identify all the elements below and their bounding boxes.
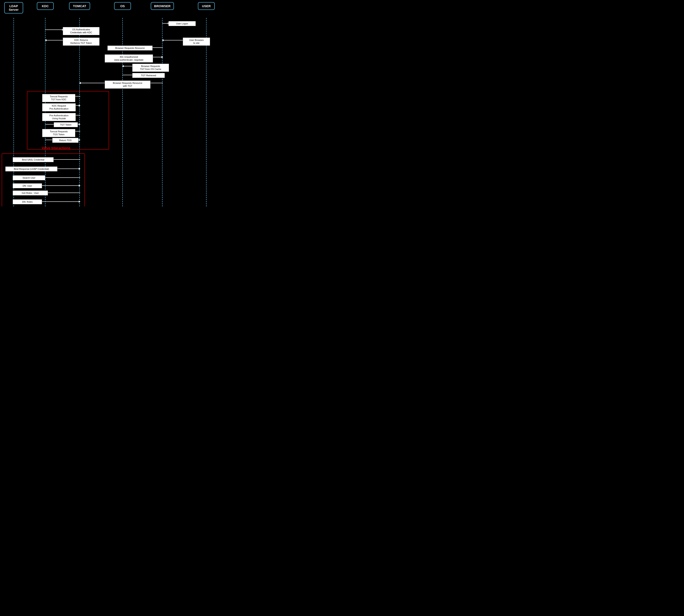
msg-bind-sasl: Bind SASL Credential [13, 157, 54, 162]
msg-tomcat-req-tgs: Tomcat RequestsTGS Token [42, 129, 75, 137]
msg-dn-user: DN: User [13, 183, 42, 188]
msg-401: 401 Unauthorizedwww-authenticate: negoti… [105, 54, 153, 63]
sequence-diagram: LDAPServer KDC TOMCAT OS BROWSER USER Va… [0, 0, 232, 206]
lifeline-browser [162, 18, 162, 206]
actor-os: OS [114, 2, 131, 10]
msg-search-user: Search User [13, 175, 45, 180]
actor-browser: BROWSER [151, 2, 174, 10]
msg-user-logon: User Logon [168, 21, 196, 26]
actor-user: USER [198, 2, 215, 10]
valve-group-label: Valve Interactions [42, 146, 70, 150]
actor-tomcat: TOMCAT [69, 2, 90, 10]
arrow-user-browses [162, 40, 183, 41]
lifeline-user [206, 18, 207, 206]
msg-browser-req-with-tgt: Browser Requests Resourcewith TGT [105, 81, 151, 89]
msg-os-auth: OS AuthenticatesCredentials with KDC [63, 27, 99, 35]
msg-user-browses: User Browsesto site [183, 38, 210, 46]
msg-bind-response: Bind Response (LDAP Credential) [5, 167, 58, 172]
msg-browser-req-tgt-cache: Browser RequestsTGT from OS Cache [132, 64, 169, 72]
msg-get-roles: Get Roles : User [13, 191, 48, 196]
msg-tgt-token: TGT Token [54, 122, 78, 127]
msg-kdc-preauth: KDC RequestPre-Authentication [42, 103, 76, 111]
actor-kdc: KDC [37, 2, 54, 10]
msg-tomcat-req-tgt: Tomcat RequestsTGT from KDC [42, 94, 75, 102]
arrow-user-logon [162, 23, 169, 24]
actor-ldap: LDAPServer [4, 2, 23, 14]
msg-browser-req-resource: Browser Requests Resource [107, 45, 153, 50]
arrow-os-auth [45, 29, 64, 30]
msg-return-tgs: Return TGS [52, 138, 78, 143]
arrow-kdc-tgt [45, 40, 64, 41]
msg-preauth-keytab: Pre-AuthenticationUsing Keytab [42, 113, 76, 121]
msg-tgt-retrieved: TGT Retrieved [132, 73, 165, 78]
msg-dn-roles: DN: Roles [13, 199, 42, 204]
msg-kdc-returns-tgt: KDC ReturnsKerberos TGT Token [63, 38, 99, 46]
